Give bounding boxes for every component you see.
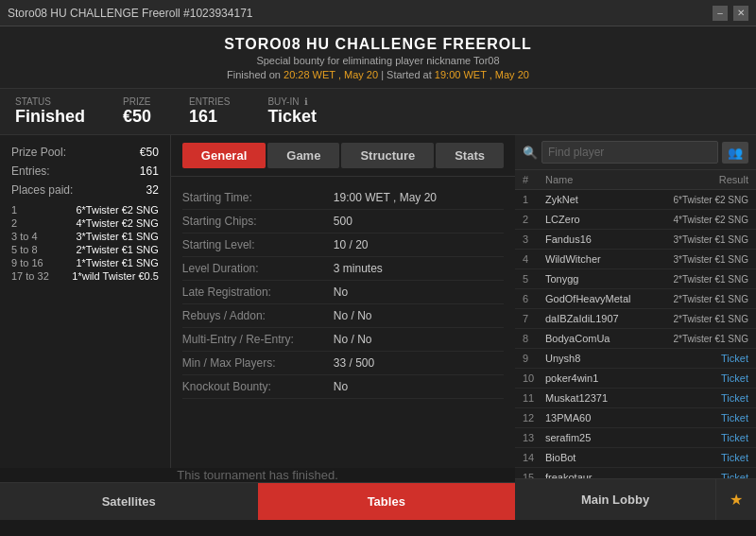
bottom-section: This tournament has finished. Satellites… bbox=[0, 468, 515, 520]
tab-structure[interactable]: Structure bbox=[341, 143, 434, 168]
status-item-prize: Prize €50 bbox=[123, 96, 151, 127]
tournament-title: STORO08 HU CHALLENGE FREEROLL bbox=[0, 36, 756, 53]
prize-label: Prize bbox=[123, 96, 151, 107]
player-num: 9 bbox=[523, 353, 545, 364]
close-button[interactable]: ✕ bbox=[733, 6, 748, 21]
table-row[interactable]: 8 BodуaComUa 2*Twister €1 SNG bbox=[515, 329, 756, 349]
player-name: GodOfHeavyMetal bbox=[545, 293, 663, 304]
table-row[interactable]: 6 GodOfHeavyMetal 2*Twister €1 SNG bbox=[515, 289, 756, 309]
general-value: No bbox=[334, 285, 348, 299]
player-name: BioBot bbox=[545, 452, 663, 463]
general-row: Starting Time:19:00 WET , May 20 bbox=[182, 186, 504, 210]
player-num: 14 bbox=[523, 452, 545, 463]
place-reward: 3*Twister €1 SNG bbox=[76, 231, 158, 242]
player-name: ZykNet bbox=[545, 194, 663, 205]
table-row[interactable]: 12 13PMA60 Ticket bbox=[515, 408, 756, 428]
tournament-times: Finished on 20:28 WET , May 20 | Started… bbox=[0, 69, 756, 80]
player-result: Ticket bbox=[663, 412, 748, 424]
prize-pool-value: €50 bbox=[140, 146, 159, 159]
friends-button[interactable]: 👥 bbox=[722, 142, 748, 164]
table-row[interactable]: 4 WildWitcher 3*Twister €1 SNG bbox=[515, 250, 756, 269]
table-row[interactable]: 9 Unysh8 Ticket bbox=[515, 349, 756, 369]
tab-general[interactable]: General bbox=[182, 143, 266, 168]
general-row: Level Duration:3 minutes bbox=[182, 257, 504, 281]
player-result: 3*Twister €1 SNG bbox=[663, 234, 748, 245]
col-header-name: Name bbox=[545, 174, 663, 185]
place-reward: 1*wild Twister €0.5 bbox=[72, 270, 159, 282]
tournament-header: STORO08 HU CHALLENGE FREEROLL Special bo… bbox=[0, 26, 756, 89]
satellites-button[interactable]: Satellites bbox=[0, 483, 258, 520]
player-result: Ticket bbox=[663, 353, 748, 364]
table-row[interactable]: 3 Fandus16 3*Twister €1 SNG bbox=[515, 230, 756, 250]
tables-button[interactable]: Tables bbox=[258, 483, 516, 520]
player-result: 2*Twister €1 SNG bbox=[663, 334, 748, 344]
buyin-label: Buy-in ℹ bbox=[267, 96, 317, 107]
player-result: 4*Twister €2 SNG bbox=[663, 215, 748, 225]
general-content: Starting Time:19:00 WET , May 20Starting… bbox=[171, 177, 515, 468]
started-label: Started at bbox=[387, 69, 432, 80]
general-value: No bbox=[334, 380, 348, 393]
player-list-header: # Name Result bbox=[515, 170, 756, 190]
table-row[interactable]: 1 ZykNet 6*Twister €2 SNG bbox=[515, 190, 756, 210]
prize-pool-label: Prize Pool: bbox=[11, 146, 66, 159]
table-row[interactable]: 15 freakotaur Ticket bbox=[515, 468, 756, 478]
player-result: Ticket bbox=[663, 432, 748, 443]
player-name: 13PMA60 bbox=[545, 412, 663, 424]
main-lobby-button[interactable]: Main Lobby bbox=[515, 479, 715, 520]
places-paid-value: 32 bbox=[146, 183, 158, 197]
window-controls: – ✕ bbox=[713, 6, 748, 21]
player-num: 8 bbox=[523, 333, 545, 344]
tournament-subtitle: Special bounty for eliminating player ni… bbox=[0, 55, 756, 66]
player-num: 1 bbox=[523, 194, 545, 205]
prize-pool-row: Prize Pool: €50 bbox=[11, 143, 159, 162]
general-row: Late Registration:No bbox=[182, 281, 504, 304]
player-name: LCZero bbox=[545, 214, 663, 225]
search-input[interactable] bbox=[541, 141, 718, 164]
prize-place-row: 5 to 82*Twister €1 SNG bbox=[11, 243, 159, 256]
col-header-result: Result bbox=[663, 174, 748, 185]
place-reward: 2*Twister €1 SNG bbox=[76, 244, 158, 255]
buyin-value: Ticket bbox=[267, 107, 317, 127]
player-name: Fandus16 bbox=[545, 233, 663, 245]
general-value: 10 / 20 bbox=[334, 238, 369, 251]
table-row[interactable]: 10 poker4win1 Ticket bbox=[515, 369, 756, 389]
left-top: Prize Pool: €50 Entries: 161 Places paid… bbox=[0, 135, 515, 468]
table-row[interactable]: 14 BioBot Ticket bbox=[515, 448, 756, 468]
place-range: 2 bbox=[11, 217, 17, 229]
places-paid-label: Places paid: bbox=[11, 183, 73, 197]
player-result: Ticket bbox=[663, 372, 748, 384]
general-row: Min / Max Players:33 / 500 bbox=[182, 352, 504, 375]
player-name: BodуaComUa bbox=[545, 333, 663, 344]
minimize-button[interactable]: – bbox=[713, 6, 728, 21]
table-row[interactable]: 5 Tonygg 2*Twister €1 SNG bbox=[515, 269, 756, 289]
status-item-buyin: Buy-in ℹ Ticket bbox=[267, 96, 317, 127]
player-result: Ticket bbox=[663, 452, 748, 463]
col-header-num: # bbox=[523, 174, 545, 185]
general-row: Starting Chips:500 bbox=[182, 210, 504, 233]
table-row[interactable]: 13 serafim25 Ticket bbox=[515, 428, 756, 448]
table-row[interactable]: 7 daIBZaIdiL1907 2*Twister €1 SNG bbox=[515, 309, 756, 329]
general-label: Rebuys / Addon: bbox=[182, 309, 334, 322]
place-range: 5 to 8 bbox=[11, 244, 38, 255]
status-bar: Status Finished Prize €50 Entries 161 Bu… bbox=[0, 89, 756, 135]
started-time: 19:00 WET , May 20 bbox=[435, 69, 529, 80]
table-row[interactable]: 2 LCZero 4*Twister €2 SNG bbox=[515, 210, 756, 230]
general-label: Min / Max Players: bbox=[182, 356, 334, 370]
table-row[interactable]: 11 Muskat12371 Ticket bbox=[515, 389, 756, 408]
window-title: Storo08 HU CHALLENGE Freeroll #102393417… bbox=[8, 7, 252, 20]
prize-place-row: 16*Twister €2 SNG bbox=[11, 203, 159, 216]
player-name: WildWitcher bbox=[545, 253, 663, 265]
entries-label: Entries bbox=[189, 96, 230, 107]
favorite-button[interactable]: ★ bbox=[715, 479, 756, 520]
prize-place-row: 17 to 321*wild Twister €0.5 bbox=[11, 269, 159, 283]
tab-stats[interactable]: Stats bbox=[436, 143, 504, 168]
info-icon[interactable]: ℹ bbox=[304, 96, 308, 107]
search-area: 🔍 👥 bbox=[515, 135, 756, 170]
general-row: Multi-Entry / Re-Entry:No / No bbox=[182, 328, 504, 352]
place-reward: 1*Twister €1 SNG bbox=[76, 257, 158, 268]
player-name: serafim25 bbox=[545, 432, 663, 443]
tab-game[interactable]: Game bbox=[267, 143, 339, 168]
place-range: 3 to 4 bbox=[11, 231, 38, 242]
prize-place-row: 24*Twister €2 SNG bbox=[11, 216, 159, 230]
player-num: 13 bbox=[523, 432, 545, 443]
